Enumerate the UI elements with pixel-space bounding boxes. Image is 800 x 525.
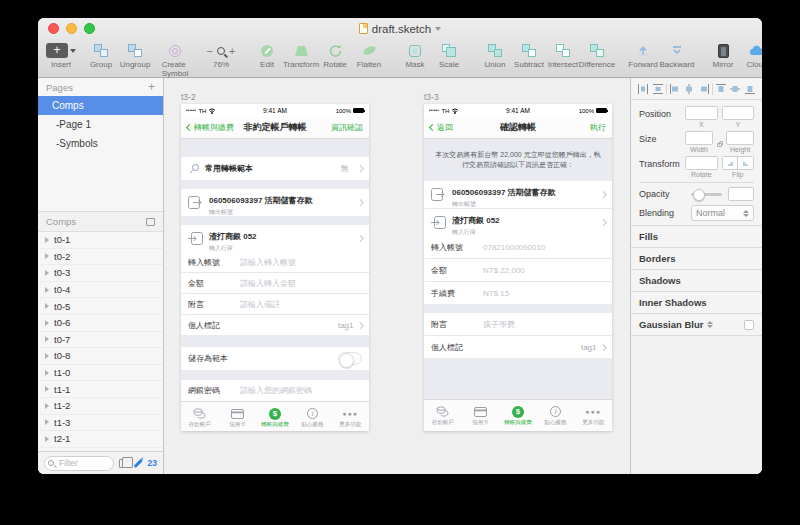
- disclosure-icon[interactable]: [45, 403, 49, 409]
- disclosure-icon[interactable]: [45, 270, 49, 276]
- artboard-label[interactable]: t3-2: [181, 92, 369, 102]
- section-inner-shadows[interactable]: Inner Shadows: [631, 291, 762, 313]
- artboard-t3-2[interactable]: •••••TH 9:41 AM 100% 轉帳與繳費 非約定帳戶轉帳 資訊確認 …: [181, 104, 369, 431]
- intersect-button[interactable]: Intersect: [550, 42, 576, 69]
- layer-row[interactable]: t0-3: [38, 265, 163, 282]
- height-input[interactable]: [726, 131, 754, 145]
- layer-row[interactable]: t0-8: [38, 348, 163, 365]
- tab-services[interactable]: i 貼心服務: [537, 405, 575, 426]
- password-field[interactable]: 網銀密碼 請輸入您的網銀密碼: [181, 380, 369, 401]
- layer-row[interactable]: t1-0: [38, 365, 163, 382]
- forward-button[interactable]: Forward: [630, 42, 656, 69]
- layer-row[interactable]: t0-7: [38, 332, 163, 349]
- lock-icon[interactable]: [717, 143, 722, 147]
- scale-button[interactable]: Scale: [436, 42, 462, 69]
- close-button[interactable]: [48, 23, 59, 34]
- align-left-icon[interactable]: [669, 83, 681, 95]
- disclosure-icon[interactable]: [45, 386, 49, 392]
- layer-row[interactable]: t0-5: [38, 298, 163, 315]
- create-symbol-button[interactable]: Create Symbol: [162, 42, 188, 78]
- flatten-button[interactable]: Flatten: [356, 42, 382, 69]
- position-x-input[interactable]: [685, 106, 718, 120]
- zoom-control[interactable]: −+ 76%: [208, 42, 234, 69]
- memo-field[interactable]: 附言 請輸入備註: [181, 294, 369, 314]
- align-center-horizontal-icon[interactable]: [683, 83, 695, 95]
- layer-row[interactable]: t1-1: [38, 381, 163, 398]
- artboard-t3-3[interactable]: •••••TH 9:41 AM 100% 返回 確認轉帳 執行 本次交易將有新台…: [424, 104, 612, 431]
- align-bottom-icon[interactable]: [744, 83, 756, 95]
- insert-button[interactable]: + Insert: [48, 42, 74, 69]
- tab-credit-card[interactable]: 信用卡: [462, 405, 500, 426]
- rotate-button[interactable]: Rotate: [322, 42, 348, 69]
- personal-tag-row[interactable]: 個人標記 tag1: [181, 315, 369, 335]
- layer-row[interactable]: t1-3: [38, 415, 163, 432]
- zoom-out-button[interactable]: −: [207, 46, 213, 56]
- blending-select[interactable]: Normal: [691, 205, 754, 221]
- tab-credit-card[interactable]: 信用卡: [219, 407, 257, 428]
- artboard-list-icon[interactable]: [146, 218, 155, 226]
- disclosure-icon[interactable]: [45, 237, 49, 243]
- mask-button[interactable]: Mask: [402, 42, 428, 69]
- union-button[interactable]: Union: [482, 42, 508, 69]
- personal-tag-row[interactable]: 個人標記 tag1: [424, 336, 612, 358]
- canvas[interactable]: t3-2 •••••TH 9:41 AM 100% 轉帳與繳費 非約定帳戶轉帳 …: [164, 78, 630, 474]
- pencil-icon[interactable]: [133, 459, 142, 468]
- to-bank-row[interactable]: 渣打商銀 052轉入行庫: [181, 225, 369, 252]
- tab-transfer[interactable]: $ 轉帳與繳費: [256, 407, 294, 428]
- disclosure-icon[interactable]: [45, 436, 49, 442]
- execute-button[interactable]: 執行: [536, 122, 606, 133]
- cloud-button[interactable]: Cloud: [744, 42, 762, 69]
- layer-row[interactable]: t2-1: [38, 431, 163, 448]
- layer-row[interactable]: t0-2: [38, 249, 163, 266]
- tab-more[interactable]: ●●● 更多功能: [331, 407, 369, 428]
- mirror-button[interactable]: Mirror: [710, 42, 736, 69]
- confirm-info-button[interactable]: 資訊確認: [307, 122, 364, 133]
- tab-transfer[interactable]: $ 轉帳與繳費: [499, 405, 537, 426]
- group-button[interactable]: Group: [88, 42, 114, 69]
- disclosure-icon[interactable]: [45, 370, 49, 376]
- section-borders[interactable]: Borders: [631, 247, 762, 269]
- disclosure-icon[interactable]: [45, 303, 49, 309]
- add-page-button[interactable]: +: [148, 83, 155, 92]
- back-button[interactable]: 返回: [430, 122, 500, 133]
- titlebar[interactable]: draft.sketch: [38, 18, 762, 39]
- layer-row[interactable]: t0-6: [38, 315, 163, 332]
- distribute-horizontal-icon[interactable]: [637, 83, 649, 95]
- tab-accounts[interactable]: 存款帳戶: [181, 407, 219, 428]
- page-item-page1[interactable]: -Page 1: [38, 115, 163, 134]
- to-bank-row[interactable]: 渣打商銀 052轉入行庫: [424, 209, 612, 236]
- from-account-row[interactable]: 060506093397 活期儲蓄存款轉出帳號: [181, 189, 369, 216]
- edit-button[interactable]: Edit: [254, 42, 280, 69]
- disclosure-icon[interactable]: [45, 353, 49, 359]
- minimize-button[interactable]: [66, 23, 77, 34]
- distribute-vertical-icon[interactable]: [652, 83, 664, 95]
- align-top-icon[interactable]: [715, 83, 727, 95]
- disclosure-icon[interactable]: [45, 336, 49, 342]
- flip-vertical-button[interactable]: [737, 157, 753, 169]
- section-gaussian-blur[interactable]: Gaussian Blur: [631, 313, 762, 335]
- layer-row[interactable]: t0-1: [38, 232, 163, 249]
- disclosure-icon[interactable]: [45, 287, 49, 293]
- position-y-input[interactable]: [722, 106, 755, 120]
- page-item-symbols[interactable]: -Symbols: [38, 134, 163, 153]
- ungroup-button[interactable]: Ungroup: [122, 42, 148, 69]
- amount-field[interactable]: 金額 請輸入轉入金額: [181, 273, 369, 293]
- rotate-input[interactable]: [685, 156, 718, 170]
- artboard-label[interactable]: t3-3: [424, 92, 612, 102]
- filter-input[interactable]: [44, 456, 114, 471]
- back-button[interactable]: 轉帳與繳費: [187, 122, 244, 133]
- tab-accounts[interactable]: 存款帳戶: [424, 405, 462, 426]
- disclosure-icon[interactable]: [45, 253, 49, 259]
- backward-button[interactable]: Backward: [664, 42, 690, 69]
- opacity-input[interactable]: [728, 187, 754, 201]
- align-right-icon[interactable]: [698, 83, 710, 95]
- transform-button[interactable]: Transform: [288, 42, 314, 69]
- difference-button[interactable]: Difference: [584, 42, 610, 69]
- layer-row[interactable]: t0-4: [38, 282, 163, 299]
- tab-services[interactable]: i 貼心服務: [294, 407, 332, 428]
- fullscreen-button[interactable]: [84, 23, 95, 34]
- toggle-off[interactable]: [338, 352, 362, 365]
- pages-icon[interactable]: [119, 459, 128, 468]
- from-account-row[interactable]: 060506093397 活期儲蓄存款轉出帳號: [424, 181, 612, 208]
- account-number-field[interactable]: 轉入帳號 請輸入轉入帳號: [181, 252, 369, 272]
